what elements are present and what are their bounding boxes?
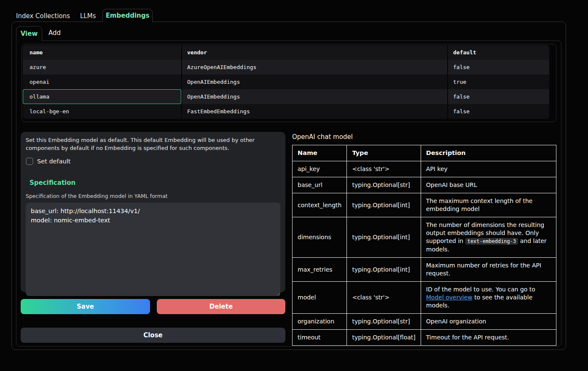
embeddings-row-openai-default[interactable]: true bbox=[448, 75, 549, 89]
embedding-detail-panel: Set this Embedding model as default. Thi… bbox=[21, 132, 285, 292]
model-docs-row-context_length: context_lengthtyping.Optional[int]The ma… bbox=[293, 193, 556, 217]
embeddings-row-ollama-default[interactable]: false bbox=[448, 89, 549, 104]
param-description: The maximum context length of the embedd… bbox=[421, 193, 556, 217]
embeddings-row-azure-vendor[interactable]: AzureOpenAIEmbeddings bbox=[182, 60, 447, 75]
param-name: base_url bbox=[293, 177, 347, 193]
subtab-view[interactable]: View bbox=[16, 26, 42, 41]
code-chip: text-embedding-3 bbox=[465, 238, 518, 245]
param-type: <class 'str'> bbox=[347, 282, 421, 314]
embeddings-table-header-default: default bbox=[448, 45, 549, 60]
view-tab-content: nameazureopenaiollamalocal-bge-en vendor… bbox=[16, 40, 561, 347]
tab-embeddings-label: Embeddings bbox=[106, 12, 150, 19]
param-name: timeout bbox=[293, 330, 347, 346]
tab-embeddings[interactable]: Embeddings bbox=[102, 9, 153, 22]
embeddings-table-header-name: name bbox=[23, 45, 181, 60]
embeddings-row-openai-name[interactable]: openai bbox=[23, 75, 181, 89]
model-docs-row-api_key: api_key<class 'str'>API key bbox=[293, 161, 556, 177]
model-overview-link[interactable]: Model overview bbox=[426, 294, 473, 301]
model-docs-col-description: Description bbox=[421, 145, 556, 161]
model-docs-row-dimensions: dimensionstyping.Optional[int]The number… bbox=[293, 217, 556, 258]
param-description: OpenAI base URL bbox=[421, 177, 556, 193]
param-type: typing.Optional[int] bbox=[347, 193, 421, 217]
embeddings-row-local-bge-en-default[interactable]: false bbox=[448, 104, 549, 119]
embeddings-table-vendor-column: vendorAzureOpenAIEmbeddingsOpenAIEmbeddi… bbox=[182, 45, 447, 119]
param-name: max_retries bbox=[293, 258, 347, 282]
embeddings-row-local-bge-en-name[interactable]: local-bge-en bbox=[23, 104, 181, 119]
param-description: Maximum number of retries for the API re… bbox=[421, 258, 556, 282]
embeddings-table-name-column: nameazureopenaiollamalocal-bge-en bbox=[23, 45, 181, 119]
embeddings-row-openai-vendor[interactable]: OpenAIEmbeddings bbox=[182, 75, 447, 89]
model-docs-title: OpenAI chat model bbox=[292, 133, 353, 141]
delete-button[interactable]: Delete bbox=[157, 299, 285, 314]
embeddings-table-default-column: defaultfalsetruefalsefalse bbox=[448, 45, 549, 119]
param-name: api_key bbox=[293, 161, 347, 177]
tab-llms[interactable]: LLMs bbox=[80, 12, 96, 20]
save-button[interactable]: Save bbox=[21, 299, 150, 314]
embeddings-row-azure-name[interactable]: azure bbox=[23, 60, 181, 75]
tab-index-collections[interactable]: Index Collections bbox=[16, 12, 70, 20]
embeddings-row-local-bge-en-vendor[interactable]: FastEmbedEmbeddings bbox=[182, 104, 447, 119]
model-docs-col-type: Type bbox=[347, 145, 421, 161]
close-button[interactable]: Close bbox=[21, 328, 285, 343]
model-docs-col-name: Name bbox=[293, 145, 347, 161]
subtab-view-label: View bbox=[21, 30, 38, 37]
model-docs-row-timeout: timeouttyping.Optional[float]Timeout for… bbox=[293, 330, 556, 346]
embeddings-row-ollama-name[interactable]: ollama bbox=[23, 89, 181, 104]
param-description: API key bbox=[421, 161, 556, 177]
model-docs-table: Name Type Description api_key<class 'str… bbox=[292, 145, 556, 346]
param-description: Timeout for the API request. bbox=[421, 330, 556, 346]
model-docs-header-row: Name Type Description bbox=[293, 145, 556, 161]
yaml-spec-textarea[interactable]: base_url: http://localhost:11434/v1/ mod… bbox=[26, 203, 280, 296]
param-description: The number of dimensions the resulting o… bbox=[421, 217, 556, 258]
param-name: organization bbox=[293, 314, 347, 330]
param-type: <class 'str'> bbox=[347, 161, 421, 177]
model-docs-row-organization: organizationtyping.Optional[str]OpenAI o… bbox=[293, 314, 556, 330]
model-docs-row-model: model<class 'str'>ID of the model to use… bbox=[293, 282, 556, 314]
set-default-description: Set this Embedding model as default. Thi… bbox=[26, 136, 280, 152]
param-type: typing.Optional[str] bbox=[347, 314, 421, 330]
set-default-checkbox[interactable] bbox=[26, 157, 33, 165]
set-default-row[interactable]: Set default bbox=[26, 157, 280, 165]
model-docs-row-base_url: base_urltyping.Optional[str]OpenAI base … bbox=[293, 177, 556, 193]
param-type: typing.Optional[int] bbox=[347, 217, 421, 258]
model-docs-row-max_retries: max_retriestyping.Optional[int]Maximum n… bbox=[293, 258, 556, 282]
specification-heading: Specification bbox=[30, 179, 280, 187]
embeddings-row-ollama-vendor[interactable]: OpenAIEmbeddings bbox=[182, 89, 447, 104]
embeddings-table-header-vendor: vendor bbox=[182, 45, 447, 60]
param-description: ID of the model to use. You can go to Mo… bbox=[421, 282, 556, 314]
param-name: model bbox=[293, 282, 347, 314]
set-default-label: Set default bbox=[37, 158, 70, 165]
param-name: context_length bbox=[293, 193, 347, 217]
param-type: typing.Optional[float] bbox=[347, 330, 421, 346]
specification-caption: Specification of the Embedding model in … bbox=[26, 193, 280, 199]
embeddings-table: nameazureopenaiollamalocal-bge-en vendor… bbox=[21, 44, 556, 122]
embeddings-row-azure-default[interactable]: false bbox=[448, 60, 549, 75]
param-type: typing.Optional[int] bbox=[347, 258, 421, 282]
param-type: typing.Optional[str] bbox=[347, 177, 421, 193]
param-description: OpenAI organization bbox=[421, 314, 556, 330]
param-name: dimensions bbox=[293, 217, 347, 258]
